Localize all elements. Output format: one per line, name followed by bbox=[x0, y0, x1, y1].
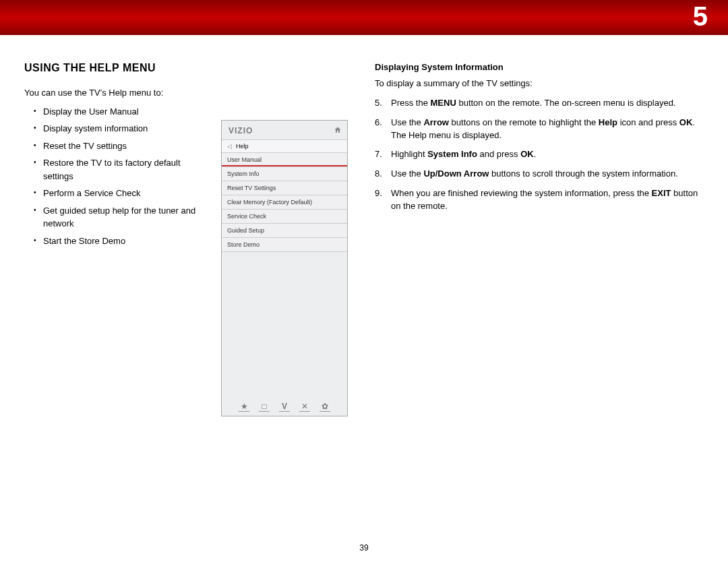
tv-menu-title-row: ◁ Help bbox=[222, 139, 347, 153]
numbered-steps: 5. Press the MENU button on the remote. … bbox=[375, 97, 704, 213]
step-text: Press the MENU button on the remote. The… bbox=[391, 97, 704, 110]
v-icon: V bbox=[279, 402, 290, 412]
tv-menu-item: Guided Setup bbox=[222, 224, 347, 238]
tv-menu-item: System Info bbox=[222, 167, 347, 181]
home-icon bbox=[334, 126, 342, 135]
section-title: USING THE HELP MENU bbox=[24, 62, 348, 74]
step-number: 5. bbox=[375, 97, 384, 110]
step-row: 5. Press the MENU button on the remote. … bbox=[375, 97, 704, 110]
subsection-intro: To display a summary of the TV settings: bbox=[375, 77, 704, 90]
bullet-item: Start the Store Demo bbox=[34, 235, 206, 248]
left-column: USING THE HELP MENU You can use the TV's… bbox=[24, 62, 348, 416]
step-number: 6. bbox=[375, 117, 384, 142]
step-text: Use the Up/Down Arrow buttons to scroll … bbox=[391, 168, 704, 181]
tv-menu-item: Clear Memory (Factory Default) bbox=[222, 195, 347, 210]
step-row: 8. Use the Up/Down Arrow buttons to scro… bbox=[375, 168, 704, 181]
step-row: 9. When you are finished reviewing the s… bbox=[375, 187, 704, 213]
tv-menu-item: User Manual bbox=[222, 153, 347, 167]
page-content: USING THE HELP MENU You can use the TV's… bbox=[0, 35, 728, 416]
bullet-list: Display the User Manual Display system i… bbox=[24, 105, 206, 248]
bullet-item: Reset the TV settings bbox=[34, 139, 206, 153]
vizio-logo: VIZIO bbox=[229, 126, 253, 135]
step-row: 6. Use the Arrow buttons on the remote t… bbox=[375, 117, 704, 142]
tv-menu-footer-icons: ★ □ V ✕ ✿ bbox=[222, 402, 347, 412]
step-text: Highlight System Info and press OK. bbox=[391, 148, 704, 161]
gear-icon: ✿ bbox=[320, 402, 330, 412]
star-icon: ★ bbox=[239, 402, 249, 412]
bullet-item: Perform a Service Check bbox=[34, 187, 206, 200]
bullet-item: Display the User Manual bbox=[34, 105, 206, 119]
tv-menu-item: Service Check bbox=[222, 210, 347, 224]
step-text: Use the Arrow buttons on the remote to h… bbox=[391, 117, 704, 142]
tv-menu-list: User Manual System Info Reset TV Setting… bbox=[222, 153, 347, 252]
back-triangle-icon: ◁ bbox=[227, 143, 232, 150]
bullet-item: Get guided setup help for the tuner and … bbox=[34, 204, 206, 230]
step-text: When you are finished reviewing the syst… bbox=[391, 187, 704, 213]
tv-menu-item: Store Demo bbox=[222, 238, 347, 252]
chapter-number: 5 bbox=[693, 1, 708, 32]
step-number: 8. bbox=[375, 168, 384, 181]
left-text-block: You can use the TV's Help menu to: Displ… bbox=[24, 86, 206, 251]
bullet-item: Display system information bbox=[34, 122, 206, 135]
bullet-item: Restore the TV to its factory default se… bbox=[34, 156, 206, 183]
step-row: 7. Highlight System Info and press OK. bbox=[375, 148, 704, 161]
step-number: 9. bbox=[375, 187, 384, 213]
caption-icon: □ bbox=[259, 402, 270, 412]
tv-menu-item: Reset TV Settings bbox=[222, 181, 347, 195]
subsection-heading: Displaying System Information bbox=[375, 62, 704, 72]
close-icon: ✕ bbox=[299, 402, 310, 412]
tv-menu-screenshot: VIZIO ◁ Help User Manual System Info Res… bbox=[221, 120, 348, 416]
tv-menu-header: VIZIO bbox=[222, 121, 347, 139]
step-number: 7. bbox=[375, 148, 384, 161]
page-number: 39 bbox=[0, 543, 728, 553]
right-column: Displaying System Information To display… bbox=[375, 62, 704, 416]
intro-text: You can use the TV's Help menu to: bbox=[24, 86, 206, 100]
chapter-header-bar: 5 bbox=[0, 0, 728, 35]
tv-menu-title: Help bbox=[236, 143, 249, 150]
